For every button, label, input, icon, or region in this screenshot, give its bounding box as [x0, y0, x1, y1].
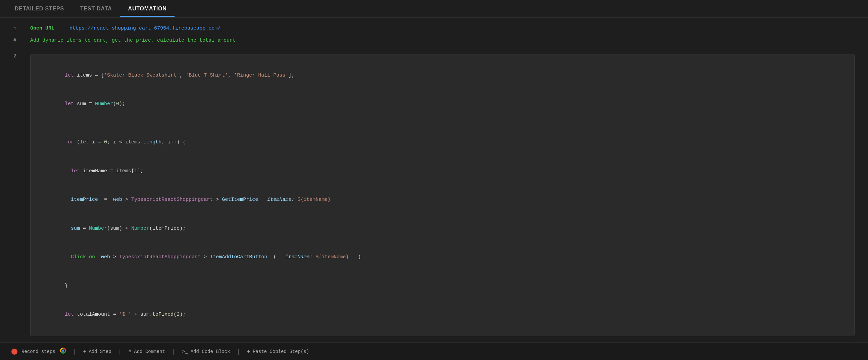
main-content: 1. Open URL https://react-shopping-cart-… [0, 18, 868, 360]
add-code-block-label: >_ Add Code Block [182, 349, 230, 354]
code-line-6: sum = Number(sum) + Number(itemPrice); [41, 214, 844, 243]
comment-1: # Add dynamic items to cart, get the pri… [13, 36, 855, 45]
record-dot-icon [11, 349, 18, 355]
code-line-4: let itemName = items[i]; [41, 157, 844, 186]
separator-3: | [172, 348, 176, 355]
code-line-9: let totalAmount = '$ ' + sum.toFixed(2); [41, 301, 844, 329]
step-1-url: https://react-shopping-cart-67954.fireba… [69, 26, 220, 31]
tab-detailed-steps[interactable]: DETAILED STEPS [7, 1, 72, 17]
add-code-block-button[interactable]: >_ Add Code Block [181, 349, 231, 354]
paste-copied-button[interactable]: + Paste Copied Step(s) [246, 349, 310, 354]
comment-1-hash: # [13, 36, 30, 45]
code-line-5: itemPrice = web > TypescriptReactShoppin… [41, 186, 844, 215]
chrome-icon [60, 348, 67, 355]
separator-2: | [118, 348, 122, 355]
step-2-number: 2. [13, 51, 30, 61]
step-1-number: 1. [13, 24, 30, 34]
bottom-bar: Record steps | + Add Step | # Add Commen… [0, 342, 868, 360]
open-url-keyword: Open URL [30, 26, 54, 31]
chrome-browser-icon [60, 348, 66, 354]
tab-test-data[interactable]: TEST DATA [72, 1, 120, 17]
step-2: 2. let items = ['Skater Black Sweatshirt… [13, 51, 855, 341]
step-1: 1. Open URL https://react-shopping-cart-… [13, 24, 855, 34]
add-comment-button[interactable]: # Add Comment [127, 349, 166, 354]
separator-4: | [237, 348, 240, 355]
add-step-label: + Add Step [83, 349, 112, 354]
code-line-1: let items = ['Skater Black Sweatshirt', … [41, 61, 844, 90]
tab-bar: DETAILED STEPS TEST DATA AUTOMATION [0, 0, 868, 18]
code-line-7: Click on web > TypescriptReactShoppingca… [41, 243, 844, 272]
record-steps-label: Record steps [22, 349, 55, 354]
add-comment-label: # Add Comment [128, 349, 165, 354]
comment-1-text: Add dynamic items to cart, get the price… [30, 36, 236, 45]
step-1-spacing [57, 26, 66, 31]
tab-automation[interactable]: AUTOMATION [120, 1, 175, 17]
code-line-8: } [41, 272, 844, 301]
code-line-blank1 [41, 119, 844, 128]
separator-1: | [73, 348, 76, 355]
add-step-button[interactable]: + Add Step [82, 349, 113, 354]
code-line-2: let sum = Number(0); [41, 90, 844, 119]
paste-copied-label: + Paste Copied Step(s) [247, 349, 309, 354]
code-line-3: for (let i = 0; i < items.length; i++) { [41, 128, 844, 157]
record-steps-button[interactable]: Record steps [10, 349, 57, 355]
code-block: let items = ['Skater Black Sweatshirt', … [30, 54, 855, 336]
step-1-content: Open URL https://react-shopping-cart-679… [30, 24, 855, 33]
